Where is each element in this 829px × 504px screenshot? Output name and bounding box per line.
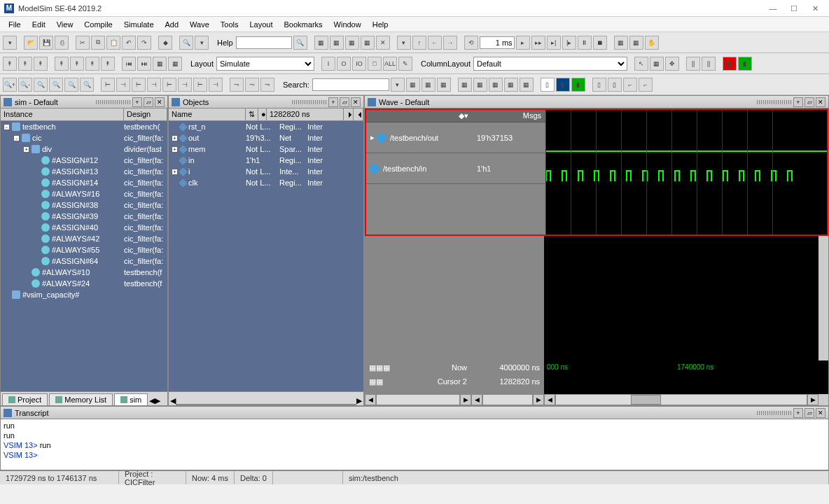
tb-btn-b[interactable]: ▦ (330, 36, 344, 50)
tb-btn-e[interactable]: ✕ (376, 36, 390, 50)
tree-row[interactable]: -ciccic_filter(fa: (1, 132, 167, 144)
layout-select[interactable]: Simulate (216, 57, 314, 71)
scroll-left-button[interactable]: ◀ (544, 394, 555, 405)
search-input[interactable] (312, 78, 389, 91)
select-tool-button[interactable]: ↖ (634, 57, 648, 71)
obj-col-filter2[interactable]: ⏵ (344, 108, 354, 120)
sig-btn-1[interactable]: ▦ (458, 78, 472, 92)
edge-btn-2[interactable]: ▦ (168, 57, 182, 71)
wave-empty-plot[interactable] (544, 236, 818, 360)
object-row[interactable]: in1'h1Regi...Inter (169, 155, 363, 166)
scroll-thumb[interactable] (631, 395, 661, 405)
obj-scroll-right[interactable]: ▶ (356, 396, 362, 405)
minimize-button[interactable]: — (763, 2, 783, 15)
zoom-full-button[interactable]: 🔍 (34, 78, 48, 92)
mode-btn-1[interactable]: I (321, 57, 335, 71)
wave-btn-2[interactable]: ⊣ (116, 78, 130, 92)
scroll-right-button[interactable]: ▶ (807, 394, 818, 405)
tree-row[interactable]: #ASSIGN#14cic_filter(fa: (1, 177, 167, 188)
menu-layout[interactable]: Layout (244, 19, 279, 30)
tree-row[interactable]: #vsim_capacity# (1, 289, 167, 300)
view-btn-5[interactable]: ▯ (608, 78, 622, 92)
object-row[interactable]: + memNot L...Spar...Inter (169, 144, 363, 155)
undo-button[interactable]: ↶ (122, 36, 136, 50)
obj-col-name[interactable]: Name (169, 108, 246, 120)
sim-add-button[interactable]: + (132, 97, 142, 107)
tb-btn-h[interactable]: ▦ (629, 36, 643, 50)
wave-plot[interactable] (545, 110, 827, 234)
menu-help[interactable]: Help (367, 19, 394, 30)
tb-btn-d[interactable]: ▦ (361, 36, 375, 50)
cursor-btn-1[interactable]: ↟ (18, 57, 32, 71)
cursor-home-button[interactable]: ↟ (3, 57, 17, 71)
tb-btn-c[interactable]: ▦ (345, 36, 359, 50)
trans-btn-3[interactable]: ⤳ (260, 78, 274, 92)
search-btn-1[interactable]: ▦ (406, 78, 420, 92)
menu-bookmarks[interactable]: Bookmarks (279, 19, 328, 30)
stop-button[interactable]: ⏹ (593, 36, 607, 50)
obj-col-filter3[interactable]: ⏴ (354, 108, 363, 120)
pane-handle[interactable] (292, 100, 327, 104)
obj-scroll-left[interactable]: ◀ (170, 396, 176, 405)
obj-scroll-track[interactable] (176, 404, 356, 405)
wave-vscroll[interactable] (818, 236, 828, 360)
menu-compile[interactable]: Compile (78, 19, 118, 30)
back-button[interactable]: ← (428, 36, 442, 50)
transcript-add-button[interactable]: + (793, 408, 803, 418)
tab-sim[interactable]: sim (114, 393, 148, 405)
tree-row[interactable]: +divdivider(fast (1, 144, 167, 155)
zoom-btn-1[interactable]: 🔍 (49, 78, 63, 92)
wave-names-header[interactable]: ◆▾ (366, 110, 473, 122)
cursor-btn-4[interactable]: ↟ (70, 57, 84, 71)
wave-detach-button[interactable]: ▱ (804, 97, 814, 107)
scroll-left-button[interactable]: ◀ (365, 394, 376, 405)
run-button[interactable]: ▸ (516, 36, 530, 50)
pane-handle[interactable] (96, 100, 131, 104)
menu-wave[interactable]: Wave (184, 19, 215, 30)
sim-tree[interactable]: -testbenchtestbench(-ciccic_filter(fa:+d… (1, 121, 167, 391)
sig-btn-3[interactable]: ▦ (489, 78, 503, 92)
scroll-right-button[interactable]: ▶ (460, 394, 471, 405)
tree-row[interactable]: #ALWAYS#42cic_filter(fa: (1, 233, 167, 244)
help-input[interactable] (236, 36, 292, 49)
sim-col-instance[interactable]: Instance (1, 108, 124, 120)
mode-btn-5[interactable]: ALL (383, 57, 397, 71)
sim-col-designunit[interactable]: Design unit (124, 108, 167, 120)
sig-btn-2[interactable]: ▦ (473, 78, 487, 92)
menu-tools[interactable]: Tools (215, 19, 244, 30)
objects-tree[interactable]: rst_nNot L...Regi...Inter+ out19'h3...Ne… (169, 121, 363, 391)
menu-edit[interactable]: Edit (27, 19, 51, 30)
maximize-button[interactable]: ☐ (784, 2, 804, 15)
sig-red-icon[interactable]: ▮ (723, 57, 737, 71)
search-dropdown-button[interactable]: ▾ (391, 78, 405, 92)
view-btn-6[interactable]: ⌐ (623, 78, 637, 92)
menu-simulate[interactable]: Simulate (118, 19, 160, 30)
cursor-btn-3[interactable]: ↟ (55, 57, 69, 71)
view-btn-3[interactable]: ▮ (571, 78, 585, 92)
wave-signal-in[interactable]: /testbench/in (366, 153, 473, 184)
wave-btn-5[interactable]: ⊢ (162, 78, 176, 92)
wave-signal-out[interactable]: ▸ /testbench/out (366, 122, 473, 153)
tb-btn-f[interactable]: ▾ (397, 36, 411, 50)
cursor-btn-6[interactable]: ↟ (101, 57, 115, 71)
wave-btn-7[interactable]: ⊢ (193, 78, 207, 92)
tab-project[interactable]: Project (2, 393, 48, 405)
edge-next-button[interactable]: ⏭ (137, 57, 151, 71)
search-btn-2[interactable]: ▦ (422, 78, 436, 92)
close-button[interactable]: ✕ (805, 2, 825, 15)
run-all-button[interactable]: ▸▸ (531, 36, 545, 50)
wave-btn-3[interactable]: ⊢ (132, 78, 146, 92)
search-btn-3[interactable]: ▦ (437, 78, 451, 92)
zoom-btn-3[interactable]: 🔍 (80, 78, 94, 92)
wave-close-button[interactable]: ✕ (816, 97, 825, 107)
sim-close-button[interactable]: ✕ (155, 97, 165, 107)
step-button[interactable]: |▸ (562, 36, 576, 50)
view-btn-1[interactable]: ▯ (541, 78, 555, 92)
save-button[interactable]: 💾 (39, 36, 53, 50)
help-search-button[interactable]: 🔍 (293, 36, 307, 50)
menu-file[interactable]: File (3, 19, 27, 30)
wave-ruler[interactable]: 000 ns 1740000 ns (544, 360, 828, 394)
tree-row[interactable]: #ASSIGN#38cic_filter(fa: (1, 200, 167, 211)
tb-btn-a[interactable]: ▦ (314, 36, 328, 50)
wave-add-button[interactable]: + (793, 97, 803, 107)
